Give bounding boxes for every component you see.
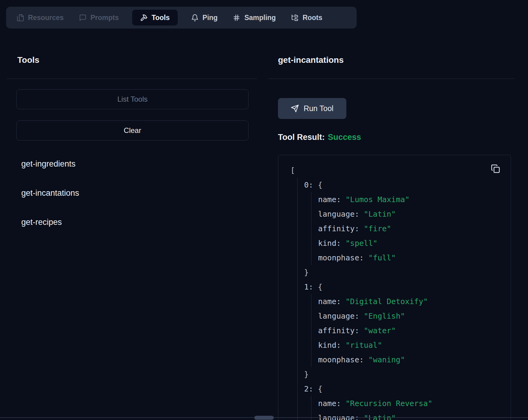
- json-line: kind: "ritual": [311, 338, 511, 352]
- send-icon: [291, 104, 299, 113]
- json-line: language: "English": [311, 309, 511, 323]
- tool-list-item[interactable]: get-ingredients: [21, 157, 246, 171]
- json-line: }: [298, 265, 511, 279]
- json-tree: [0: {name: "Lumos Maxima"language: "Lati…: [278, 155, 511, 420]
- tool-list-item[interactable]: get-incantations: [21, 186, 246, 200]
- clear-button[interactable]: Clear: [16, 120, 249, 141]
- folder-tree-icon: [291, 14, 299, 22]
- tools-panel-title: Tools: [17, 55, 39, 65]
- mcp-inspector-page: Resources Prompts Tools Ping Sampling Ro…: [0, 0, 528, 420]
- bell-icon: [191, 14, 199, 22]
- tool-result-line: Tool Result:Success: [278, 133, 361, 142]
- hammer-icon: [140, 14, 148, 22]
- right-panel-divider: [268, 79, 515, 79]
- files-icon: [16, 14, 24, 22]
- json-line: language: "Latin": [311, 207, 511, 221]
- tab-label: Tools: [152, 14, 170, 22]
- tab-label: Roots: [303, 14, 322, 22]
- json-line: name: "Lumos Maxima": [311, 192, 511, 207]
- json-line: 0: {: [298, 178, 511, 192]
- run-tool-label: Run Tool: [303, 104, 333, 113]
- left-panel-divider: [7, 79, 257, 79]
- tool-result-status: Success: [328, 133, 361, 142]
- json-line: affinity: "fire": [311, 221, 511, 236]
- tool-result-label: Tool Result:: [278, 133, 325, 142]
- tab-prompts[interactable]: Prompts: [77, 10, 121, 25]
- copy-result-button[interactable]: [490, 164, 501, 174]
- tab-label: Prompts: [91, 14, 119, 22]
- tab-roots[interactable]: Roots: [289, 10, 324, 25]
- tab-label: Ping: [203, 14, 218, 22]
- json-line: kind: "spell": [311, 236, 511, 250]
- hash-icon: [233, 14, 240, 22]
- json-line: }: [298, 367, 511, 381]
- json-line: name: "Digital Detoxify": [311, 294, 511, 309]
- json-line: [: [278, 163, 511, 178]
- selected-tool-title: get-incantations: [278, 55, 344, 65]
- json-line: 1: {: [298, 279, 511, 294]
- tab-resources[interactable]: Resources: [15, 10, 66, 25]
- top-nav: Resources Prompts Tools Ping Sampling Ro…: [6, 7, 357, 29]
- message-square-icon: [79, 14, 87, 22]
- copy-icon: [491, 164, 500, 173]
- json-line: 2: {: [298, 381, 511, 396]
- list-tools-button[interactable]: List Tools: [16, 89, 249, 109]
- tool-list-item[interactable]: get-recipes: [21, 215, 246, 229]
- run-tool-button[interactable]: Run Tool: [278, 98, 346, 119]
- tab-ping[interactable]: Ping: [189, 10, 220, 25]
- tool-list: get-ingredientsget-incantationsget-recip…: [21, 157, 246, 244]
- tool-result-json-viewer: [0: {name: "Lumos Maxima"language: "Lati…: [278, 155, 511, 420]
- tab-label: Resources: [28, 14, 64, 22]
- json-line: moonphase: "waning": [311, 352, 511, 367]
- json-line: affinity: "water": [311, 323, 511, 338]
- tab-tools[interactable]: Tools: [132, 10, 178, 25]
- json-line: name: "Recursion Reversa": [311, 396, 511, 411]
- json-line: language: "Latin": [311, 411, 511, 420]
- json-line: moonphase: "full": [311, 250, 511, 265]
- resize-grip-handle[interactable]: [254, 416, 274, 420]
- tab-sampling[interactable]: Sampling: [231, 10, 278, 25]
- tab-label: Sampling: [244, 14, 276, 22]
